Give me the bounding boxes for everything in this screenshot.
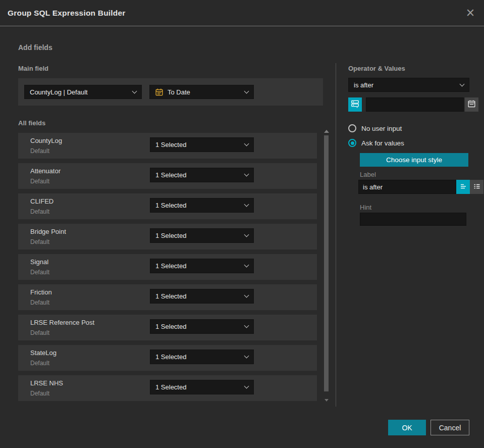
field-name: Bridge Point bbox=[30, 228, 66, 235]
field-selected-value: 1 Selected bbox=[155, 353, 245, 361]
radio-label: Ask for values bbox=[361, 139, 404, 147]
radio-label: No user input bbox=[361, 125, 402, 132]
all-fields-heading: All fields bbox=[18, 119, 45, 127]
operator-select[interactable]: is after bbox=[348, 78, 469, 92]
field-name: Friction bbox=[30, 288, 52, 296]
field-name: LRSE Reference Post bbox=[30, 319, 94, 326]
chevron-down-icon bbox=[244, 172, 249, 177]
field-subtitle: Default bbox=[30, 208, 49, 215]
field-row: Signal Default 1 Selected bbox=[18, 254, 317, 280]
chevron-down-icon bbox=[244, 202, 249, 207]
field-name: LRSE NHS bbox=[30, 379, 63, 387]
scrollbar-up-arrow-icon[interactable] bbox=[324, 130, 329, 133]
input-type-toggle-button[interactable] bbox=[348, 97, 362, 112]
cancel-button[interactable]: Cancel bbox=[431, 420, 469, 435]
field-subtitle: Default bbox=[30, 390, 49, 397]
group-sql-expression-builder-dialog: Group SQL Expression Builder × Add field… bbox=[0, 0, 484, 448]
chevron-down-icon bbox=[244, 293, 249, 298]
field-subtitle: Default bbox=[30, 238, 49, 245]
close-icon[interactable]: × bbox=[463, 4, 478, 21]
list-icon bbox=[473, 182, 481, 192]
chevron-down-icon bbox=[244, 141, 249, 146]
calendar-icon bbox=[155, 88, 164, 96]
field-selected-value: 1 Selected bbox=[155, 171, 245, 179]
field-selected-value: 1 Selected bbox=[155, 141, 245, 148]
field-subtitle: Default bbox=[30, 269, 49, 276]
chevron-down-icon bbox=[460, 81, 465, 86]
vertical-divider bbox=[336, 63, 336, 407]
field-row: Attenuator Default 1 Selected bbox=[18, 163, 317, 189]
field-subtitle: Default bbox=[30, 360, 49, 367]
field-name: CLIFED bbox=[30, 197, 53, 205]
field-row: Bridge Point Default 1 Selected bbox=[18, 224, 317, 250]
field-selected-dropdown[interactable]: 1 Selected bbox=[150, 228, 254, 243]
field-selected-value: 1 Selected bbox=[155, 262, 245, 270]
dialog-footer: OK Cancel bbox=[388, 420, 469, 435]
single-line-input-style-button[interactable] bbox=[456, 180, 470, 194]
field-row: LRSE NHS Default 1 Selected bbox=[18, 375, 317, 401]
field-subtitle: Default bbox=[30, 299, 49, 306]
chevron-down-icon bbox=[244, 263, 249, 268]
field-subtitle: Default bbox=[30, 147, 49, 155]
list-input-style-button[interactable] bbox=[470, 180, 483, 194]
field-selected-dropdown[interactable]: 1 Selected bbox=[150, 259, 254, 273]
field-name: CountyLog bbox=[30, 137, 62, 144]
chevron-down-icon bbox=[244, 354, 249, 359]
radio-ask-for-values[interactable]: Ask for values bbox=[348, 139, 404, 147]
field-selected-dropdown[interactable]: 1 Selected bbox=[150, 168, 254, 182]
main-field-select[interactable]: CountyLog | Default bbox=[24, 85, 142, 99]
all-fields-list: CountyLog Default 1 Selected Attenuator … bbox=[18, 133, 317, 401]
radio-button-icon[interactable] bbox=[348, 139, 356, 147]
add-fields-heading: Add fields bbox=[18, 43, 52, 52]
scrollbar-thumb[interactable] bbox=[324, 135, 329, 391]
field-selected-value: 1 Selected bbox=[155, 202, 245, 209]
field-selected-dropdown[interactable]: 1 Selected bbox=[150, 380, 254, 394]
choose-input-style-button[interactable]: Choose input style bbox=[360, 153, 468, 167]
main-field-panel: CountyLog | Default To Date bbox=[18, 78, 323, 106]
hint-caption: Hint bbox=[360, 204, 371, 211]
label-input-row bbox=[358, 180, 467, 194]
date-type-select[interactable]: To Date bbox=[149, 85, 254, 99]
operator-select-value: is after bbox=[354, 81, 460, 89]
field-selected-dropdown[interactable]: 1 Selected bbox=[150, 350, 254, 364]
chevron-down-icon bbox=[244, 232, 249, 237]
radio-no-user-input[interactable]: No user input bbox=[348, 124, 402, 132]
dialog-title: Group SQL Expression Builder bbox=[8, 0, 126, 26]
field-row: LRSE Reference Post Default 1 Selected bbox=[18, 315, 317, 340]
hint-input[interactable] bbox=[360, 213, 466, 226]
chevron-down-icon bbox=[244, 88, 249, 93]
label-input[interactable] bbox=[358, 180, 456, 194]
field-selected-value: 1 Selected bbox=[155, 232, 245, 239]
chevron-down-icon bbox=[132, 88, 137, 93]
field-subtitle: Default bbox=[30, 329, 49, 336]
date-picker-button[interactable] bbox=[465, 97, 478, 112]
ok-button[interactable]: OK bbox=[388, 420, 426, 435]
operator-values-panel: Operator & Values is after bbox=[348, 26, 469, 410]
field-selected-value: 1 Selected bbox=[155, 292, 245, 300]
dialog-header: Group SQL Expression Builder × bbox=[0, 0, 484, 26]
chevron-down-icon bbox=[244, 323, 249, 328]
radio-button-icon[interactable] bbox=[348, 124, 356, 132]
main-field-heading: Main field bbox=[18, 65, 48, 72]
field-selected-dropdown[interactable]: 1 Selected bbox=[150, 319, 254, 334]
field-selected-dropdown[interactable]: 1 Selected bbox=[150, 289, 254, 304]
field-name: StateLog bbox=[30, 349, 57, 357]
main-field-select-value: CountyLog | Default bbox=[30, 88, 133, 96]
align-left-icon bbox=[459, 182, 467, 192]
label-caption: Label bbox=[360, 171, 376, 178]
field-selected-dropdown[interactable]: 1 Selected bbox=[150, 198, 254, 213]
field-name: Signal bbox=[30, 258, 48, 266]
field-row: StateLog Default 1 Selected bbox=[18, 345, 317, 371]
left-panel: Add fields Main field CountyLog | Defaul… bbox=[18, 26, 323, 410]
field-subtitle: Default bbox=[30, 178, 49, 185]
scrollbar-down-arrow-icon[interactable] bbox=[325, 399, 329, 402]
field-selected-dropdown[interactable]: 1 Selected bbox=[150, 137, 254, 152]
value-input-row bbox=[348, 97, 469, 112]
date-value-input[interactable] bbox=[366, 97, 464, 112]
field-selected-value: 1 Selected bbox=[155, 383, 245, 391]
field-row: CLIFED Default 1 Selected bbox=[18, 193, 317, 219]
field-row: Friction Default 1 Selected bbox=[18, 284, 317, 310]
chevron-down-icon bbox=[244, 384, 249, 389]
date-type-select-value: To Date bbox=[168, 88, 245, 96]
field-name: Attenuator bbox=[30, 167, 61, 175]
